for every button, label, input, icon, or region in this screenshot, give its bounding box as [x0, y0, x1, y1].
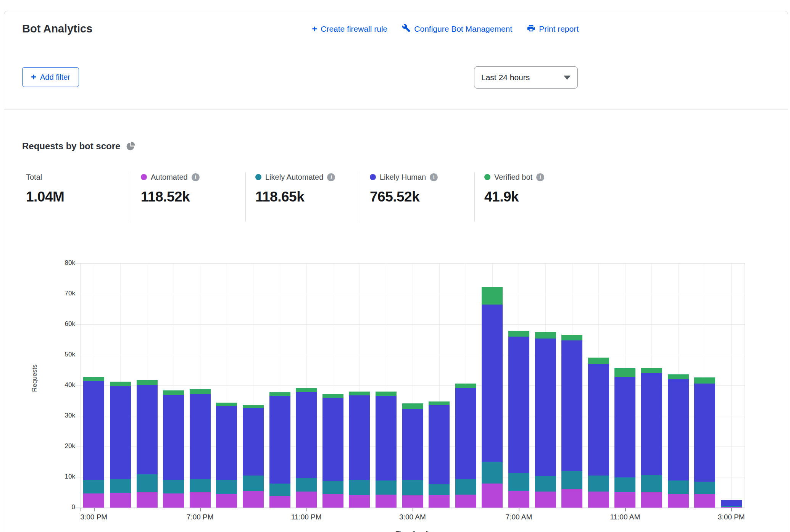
bar-segment-likely-automated[interactable]	[694, 482, 715, 494]
bar-segment-automated[interactable]	[721, 507, 742, 508]
bar-segment-automated[interactable]	[322, 494, 343, 508]
bar-segment-automated[interactable]	[588, 492, 609, 508]
bar-segment-likely-automated[interactable]	[137, 474, 158, 492]
bar-segment-likely-human[interactable]	[641, 373, 662, 475]
bar-segment-likely-human[interactable]	[296, 392, 317, 478]
bar-segment-likely-human[interactable]	[322, 398, 343, 481]
bar-segment-likely-human[interactable]	[614, 377, 635, 477]
bar-segment-verified-bot[interactable]	[190, 389, 211, 393]
bar-segment-automated[interactable]	[402, 495, 423, 508]
bar-segment-automated[interactable]	[137, 492, 158, 508]
bar-segment-verified-bot[interactable]	[508, 331, 529, 337]
bar-segment-automated[interactable]	[269, 496, 290, 508]
bar-segment-likely-human[interactable]	[588, 364, 609, 476]
bar-segment-likely-human[interactable]	[163, 395, 184, 480]
bar-segment-automated[interactable]	[641, 492, 662, 508]
bar-segment-verified-bot[interactable]	[137, 380, 158, 385]
bar-segment-automated[interactable]	[190, 492, 211, 508]
bar-segment-verified-bot[interactable]	[376, 392, 397, 396]
bar-segment-likely-human[interactable]	[243, 408, 264, 476]
bar-segment-verified-bot[interactable]	[243, 405, 264, 408]
bar-segment-likely-automated[interactable]	[429, 484, 450, 495]
info-icon[interactable]: i	[192, 173, 200, 181]
bar-segment-automated[interactable]	[110, 493, 131, 508]
info-icon[interactable]: i	[327, 173, 335, 181]
bar-segment-likely-automated[interactable]	[482, 462, 503, 484]
time-range-select[interactable]: Last 24 hours	[474, 66, 578, 89]
bar-segment-automated[interactable]	[296, 492, 317, 508]
bar-segment-verified-bot[interactable]	[296, 388, 317, 392]
bar-segment-verified-bot[interactable]	[349, 392, 370, 395]
bar-segment-likely-human[interactable]	[349, 395, 370, 480]
bar-segment-verified-bot[interactable]	[561, 335, 582, 340]
bar-segment-verified-bot[interactable]	[216, 403, 237, 406]
bar-segment-likely-automated[interactable]	[269, 484, 290, 496]
bar-segment-likely-automated[interactable]	[668, 480, 689, 494]
bar-segment-verified-bot[interactable]	[402, 403, 423, 409]
bar-segment-verified-bot[interactable]	[614, 368, 635, 377]
bar-segment-automated[interactable]	[429, 495, 450, 508]
bar-segment-likely-automated[interactable]	[110, 479, 131, 492]
bar-segment-likely-human[interactable]	[535, 339, 556, 476]
bar-segment-likely-automated[interactable]	[83, 480, 104, 493]
configure-bot-management-link[interactable]: Configure Bot Management	[402, 24, 512, 34]
bar-segment-likely-automated[interactable]	[508, 473, 529, 491]
bar-segment-verified-bot[interactable]	[482, 287, 503, 305]
bar-segment-likely-human[interactable]	[190, 394, 211, 479]
bar-segment-automated[interactable]	[694, 494, 715, 508]
bar-segment-verified-bot[interactable]	[694, 377, 715, 384]
bar-segment-likely-human[interactable]	[721, 500, 742, 506]
add-filter-button[interactable]: + Add filter	[22, 67, 79, 87]
bar-segment-likely-human[interactable]	[429, 405, 450, 484]
bar-segment-likely-automated[interactable]	[190, 479, 211, 492]
bar-segment-likely-automated[interactable]	[296, 478, 317, 492]
bar-segment-verified-bot[interactable]	[322, 394, 343, 398]
bar-segment-likely-automated[interactable]	[614, 477, 635, 492]
bar-segment-likely-human[interactable]	[110, 386, 131, 480]
bar-segment-automated[interactable]	[535, 492, 556, 508]
bar-segment-automated[interactable]	[216, 494, 237, 508]
bar-segment-likely-automated[interactable]	[376, 480, 397, 495]
bar-segment-likely-human[interactable]	[137, 385, 158, 474]
bar-segment-automated[interactable]	[455, 495, 476, 508]
bar-segment-automated[interactable]	[508, 491, 529, 508]
bar-segment-automated[interactable]	[482, 484, 503, 508]
bar-segment-verified-bot[interactable]	[721, 500, 742, 500]
bar-segment-automated[interactable]	[349, 495, 370, 508]
bar-segment-verified-bot[interactable]	[641, 368, 662, 373]
pie-chart-icon[interactable]	[126, 141, 135, 151]
bar-segment-verified-bot[interactable]	[455, 384, 476, 388]
bar-segment-likely-human[interactable]	[561, 340, 582, 471]
bar-segment-likely-human[interactable]	[269, 396, 290, 484]
bar-segment-automated[interactable]	[561, 489, 582, 508]
bar-segment-likely-automated[interactable]	[721, 506, 742, 507]
bar-segment-likely-human[interactable]	[402, 409, 423, 480]
bar-segment-likely-human[interactable]	[376, 396, 397, 480]
bar-segment-likely-automated[interactable]	[588, 476, 609, 492]
bar-segment-likely-automated[interactable]	[163, 480, 184, 493]
bar-segment-verified-bot[interactable]	[429, 401, 450, 405]
bar-segment-automated[interactable]	[376, 495, 397, 508]
bar-segment-likely-automated[interactable]	[455, 479, 476, 495]
bar-segment-likely-automated[interactable]	[322, 481, 343, 494]
bar-segment-likely-human[interactable]	[216, 406, 237, 480]
bar-segment-verified-bot[interactable]	[535, 332, 556, 339]
bar-segment-likely-automated[interactable]	[535, 476, 556, 492]
bar-segment-likely-automated[interactable]	[243, 476, 264, 491]
create-firewall-rule-link[interactable]: + Create firewall rule	[312, 24, 387, 34]
bar-segment-verified-bot[interactable]	[83, 377, 104, 381]
info-icon[interactable]: i	[430, 173, 438, 181]
bar-segment-verified-bot[interactable]	[588, 358, 609, 364]
bar-segment-automated[interactable]	[614, 492, 635, 508]
print-report-link[interactable]: Print report	[527, 24, 579, 34]
bar-segment-likely-human[interactable]	[668, 379, 689, 480]
bar-segment-automated[interactable]	[163, 493, 184, 508]
info-icon[interactable]: i	[536, 173, 544, 181]
bar-segment-likely-automated[interactable]	[561, 471, 582, 489]
bar-segment-likely-human[interactable]	[455, 388, 476, 479]
bar-segment-verified-bot[interactable]	[668, 374, 689, 379]
bar-segment-automated[interactable]	[243, 491, 264, 508]
bar-segment-likely-human[interactable]	[482, 305, 503, 462]
bar-segment-likely-automated[interactable]	[402, 480, 423, 495]
bar-segment-verified-bot[interactable]	[110, 382, 131, 386]
